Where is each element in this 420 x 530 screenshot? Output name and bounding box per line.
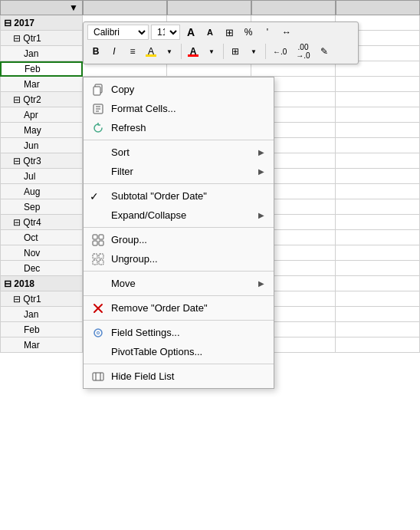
svg-rect-9: [99, 241, 103, 245]
row-labels-dropdown-icon[interactable]: ▼: [69, 2, 78, 13]
comma-button[interactable]: ': [259, 25, 276, 39]
menu-item-label: Sort: [111, 146, 130, 158]
cell-label-r17[interactable]: Dec: [0, 261, 83, 276]
menu-separator: [84, 364, 274, 364]
cell-data-r15-c3[interactable]: [336, 230, 420, 245]
menu-item-refresh[interactable]: Refresh: [84, 118, 274, 137]
menu-item-pivot_options[interactable]: PivotTable Options...: [84, 342, 274, 361]
cell-data-r18-c3[interactable]: [336, 276, 420, 291]
menu-item-group[interactable]: Group...: [84, 230, 274, 249]
borders-button[interactable]: ⊞: [227, 44, 244, 58]
align-button[interactable]: ≡: [124, 44, 141, 58]
grow-font-button[interactable]: A: [182, 25, 199, 40]
row-labels-header[interactable]: ▼: [0, 0, 83, 15]
menu-item-label: Format Cells...: [111, 103, 176, 114]
svg-rect-10: [93, 254, 97, 258]
cell-data-r20-c3[interactable]: [336, 307, 420, 322]
bold-button[interactable]: B: [87, 44, 104, 58]
cell-label-r14[interactable]: ⊟ Qtr4: [0, 215, 83, 230]
cell-label-r20[interactable]: Jan: [0, 307, 83, 322]
cell-label-r15[interactable]: Oct: [0, 230, 83, 245]
separator3: [265, 44, 266, 59]
cell-label-r5[interactable]: Mar: [0, 77, 83, 92]
menu-item-label: Expand/Collapse: [111, 209, 186, 221]
cell-data-r8-c3[interactable]: [336, 123, 420, 138]
cell-data-r17-c3[interactable]: [336, 261, 420, 276]
cell-data-r7-c3[interactable]: [336, 107, 420, 123]
menu-item-ungroup[interactable]: Ungroup...: [84, 249, 274, 268]
svg-rect-11: [99, 254, 103, 258]
cell-data-r19-c3[interactable]: [336, 291, 420, 307]
percent-button[interactable]: %: [240, 25, 257, 39]
cell-label-r1[interactable]: ⊟ 2017: [0, 15, 83, 31]
format-painter[interactable]: ✎: [316, 44, 333, 58]
ungroup-icon: [90, 253, 107, 265]
toolbar-row1: Calibri 11 A A ⊞ % ' ↔: [87, 25, 354, 40]
cell-data-r5-c3[interactable]: [336, 77, 420, 92]
dropdown-highlight[interactable]: ▼: [161, 47, 178, 57]
dropdown-fontcolor[interactable]: ▼: [203, 47, 220, 57]
font-size-select[interactable]: 11: [151, 25, 180, 40]
format-icon: [90, 103, 107, 115]
cell-label-r21[interactable]: Feb: [0, 322, 83, 337]
font-select[interactable]: Calibri: [87, 25, 149, 40]
group-icon: [90, 234, 107, 246]
cell-label-r3[interactable]: Jan: [0, 46, 83, 61]
menu-separator: [84, 183, 274, 184]
separator1: [181, 44, 182, 59]
cell-label-r7[interactable]: Apr: [0, 107, 83, 123]
cell-label-r2[interactable]: ⊟ Qtr1: [0, 31, 83, 46]
cell-data-r6-c3[interactable]: [336, 92, 420, 107]
svg-rect-19: [93, 373, 103, 380]
menu-item-field_settings[interactable]: Field Settings...: [84, 323, 274, 342]
cell-label-r22[interactable]: Mar: [0, 337, 83, 353]
cell-label-r18[interactable]: ⊟ 2018: [0, 276, 83, 291]
copy-format-button[interactable]: ⊞: [221, 25, 238, 40]
cell-label-r11[interactable]: Jul: [0, 169, 83, 184]
menu-separator: [84, 140, 274, 140]
cell-data-r13-c3[interactable]: [336, 199, 420, 215]
cell-data-r10-c3[interactable]: [336, 153, 420, 169]
cell-data-r22-c3[interactable]: [336, 337, 420, 353]
menu-item-label: Refresh: [111, 122, 146, 133]
shrink-font-button[interactable]: A: [202, 26, 218, 38]
cell-data-r12-c3[interactable]: [336, 184, 420, 199]
font-color-button[interactable]: A: [185, 44, 202, 58]
highlight-button[interactable]: A: [143, 44, 159, 58]
menu-item-format_cells[interactable]: Format Cells...: [84, 99, 274, 118]
copy-icon: [90, 84, 107, 96]
remove-icon: [90, 302, 107, 314]
menu-item-label: Group...: [111, 234, 147, 245]
cell-label-r19[interactable]: ⊟ Qtr1: [0, 291, 83, 307]
italic-button[interactable]: I: [106, 44, 123, 58]
menu-item-label: Hide Field List: [111, 370, 174, 382]
menu-item-expand_collapse[interactable]: Expand/Collapse▶: [84, 206, 274, 225]
menu-item-label: Filter: [111, 166, 133, 177]
cell-label-r6[interactable]: ⊟ Qtr2: [0, 92, 83, 107]
decrease-decimal[interactable]: ←.0: [269, 46, 290, 58]
menu-item-move[interactable]: Move▶: [84, 274, 274, 293]
increase-decimal[interactable]: .00→.0: [292, 41, 313, 61]
menu-item-copy[interactable]: Copy: [84, 80, 274, 99]
cell-data-r14-c3[interactable]: [336, 215, 420, 230]
cell-label-r4[interactable]: Feb: [0, 61, 83, 77]
cell-label-r10[interactable]: ⊟ Qtr3: [0, 153, 83, 169]
col-header-e: [336, 0, 420, 15]
cell-label-r9[interactable]: Jun: [0, 138, 83, 153]
cell-label-r16[interactable]: Nov: [0, 245, 83, 261]
menu-item-subtotal[interactable]: ✓Subtotal "Order Date": [84, 186, 274, 206]
menu-item-hide_field_list[interactable]: Hide Field List: [84, 367, 274, 386]
wrap-button[interactable]: ↔: [278, 25, 295, 39]
menu-item-remove[interactable]: Remove "Order Date": [84, 298, 274, 318]
cell-label-r12[interactable]: Aug: [0, 184, 83, 199]
cell-label-r8[interactable]: May: [0, 123, 83, 138]
dropdown-borders[interactable]: ▼: [245, 47, 262, 57]
menu-item-filter[interactable]: Filter▶: [84, 162, 274, 181]
cell-data-r16-c3[interactable]: [336, 245, 420, 261]
cell-data-r21-c3[interactable]: [336, 322, 420, 337]
menu-item-sort[interactable]: Sort▶: [84, 143, 274, 162]
spreadsheet: ▼ ⊟ 2017⊟ Qtr1JanFebMar⊟ Qtr2AprMayJun⊟ …: [0, 0, 420, 530]
cell-label-r13[interactable]: Sep: [0, 199, 83, 215]
cell-data-r11-c3[interactable]: [336, 169, 420, 184]
cell-data-r9-c3[interactable]: [336, 138, 420, 153]
